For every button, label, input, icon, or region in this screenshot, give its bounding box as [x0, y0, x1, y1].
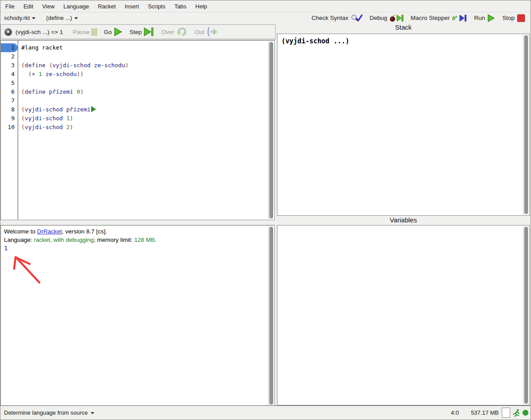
debug-button[interactable]: Debug — [369, 14, 404, 23]
definition-dropdown-label: (define ...) — [46, 15, 72, 21]
go-button[interactable]: Go — [104, 27, 123, 37]
text-segment: 0 — [77, 88, 80, 95]
text-segment: vyjdi-schod přízemí — [25, 106, 91, 113]
code-text — [18, 96, 21, 105]
code-line[interactable]: 4 (+ 1 ze-schodu)) — [1, 70, 268, 79]
code-line[interactable]: 7 — [1, 96, 268, 105]
go-play-icon — [114, 27, 123, 37]
running-indicator-icon — [512, 409, 521, 417]
line-number-current: 1 — [1, 43, 18, 52]
stack-panel[interactable]: (vyjdi-schod ...) — [277, 34, 530, 216]
text-segment: . — [155, 237, 157, 243]
code-text: (vyjdi-schod přízemí — [18, 105, 96, 114]
text-segment: 2 — [66, 124, 70, 130]
text-segment: Welcome to — [4, 228, 37, 235]
code-line[interactable]: 6(define přízemí 0) — [1, 88, 268, 96]
code-line[interactable]: 10(vyjdi-schod 2) — [1, 123, 268, 132]
text-segment: ) — [70, 115, 73, 122]
run-button[interactable]: Run — [474, 14, 495, 23]
definitions-editor[interactable]: 1#lang racket23(define (vyjdi-schod ze-s… — [0, 40, 275, 220]
text-segment: vyjdi-schod — [25, 115, 66, 122]
line-number: 9 — [1, 114, 18, 123]
text-segment: 1 — [4, 244, 8, 252]
menu-scripts[interactable]: Scripts — [148, 3, 165, 10]
chevron-down-icon — [32, 17, 35, 19]
variables-panel[interactable] — [277, 225, 530, 405]
stop-button[interactable]: Stop — [502, 14, 525, 23]
code-text: (+ 1 ze-schodu)) — [18, 70, 84, 79]
gc-indicator-box[interactable] — [502, 408, 510, 418]
check-syntax-label: Check Syntax — [312, 15, 348, 21]
out-button[interactable]: Out — [195, 27, 219, 37]
code-text: (define (vyjdi-schod ze-schodu) — [18, 61, 129, 70]
menu-tabs[interactable]: Tabs — [174, 3, 186, 10]
debug-label: Debug — [369, 15, 387, 21]
text-segment: ( — [21, 62, 25, 69]
variables-scrollbar[interactable] — [523, 226, 529, 405]
macro-stepper-button[interactable]: Macro Stepper #' — [411, 14, 467, 23]
menu-edit[interactable]: Edit — [23, 3, 33, 10]
debug-toolbar: ✕ (vyjdi-sch ...) => 1 Pause Go Step — [0, 24, 276, 39]
line-number: 7 — [1, 96, 18, 105]
bomb-play-icon — [389, 14, 404, 23]
text-segment: + — [31, 71, 38, 77]
over-button[interactable]: Over — [161, 27, 187, 37]
line-number: 10 — [1, 123, 18, 132]
stack-scrollbar[interactable] — [523, 34, 529, 215]
language-selector[interactable]: Determine language from source — [4, 409, 94, 416]
text-segment: ( — [21, 106, 25, 113]
text-segment: ze-schodu — [42, 71, 77, 77]
hash-glyph-icon: #' — [452, 14, 458, 22]
stack-scrollbar-thumb[interactable] — [524, 35, 528, 214]
line-number: 3 — [1, 61, 18, 70]
menu-file[interactable]: File — [5, 3, 15, 10]
menu-insert[interactable]: Insert — [125, 3, 139, 10]
left-pane: ✕ (vyjdi-sch ...) => 1 Pause Go Step — [0, 23, 276, 405]
check-syntax-button[interactable]: Check Syntax — [312, 14, 362, 23]
red-arrow-annotation — [1, 225, 269, 406]
code-line[interactable]: 5 — [1, 79, 268, 88]
editor-scrollbar-thumb[interactable] — [269, 42, 273, 218]
step-button[interactable]: Step — [130, 27, 154, 37]
run-label: Run — [474, 15, 485, 21]
text-segment: define — [25, 62, 49, 69]
text-segment: ) — [70, 124, 73, 130]
menu-racket[interactable]: Racket — [98, 3, 115, 10]
code-text: (vyjdi-schod 1) — [18, 114, 73, 123]
close-debug-icon[interactable]: ✕ — [4, 28, 12, 36]
interactions-repl[interactable]: Welcome to DrRacket, version 8.7 [cs].La… — [0, 225, 275, 406]
debugger-side-panel: Stack (vyjdi-schod ...) Variables — [277, 23, 531, 405]
menu-language[interactable]: Language — [63, 3, 89, 10]
action-buttons: Check Syntax Debug Ma — [312, 14, 527, 23]
line-number: 4 — [1, 70, 18, 79]
memory-usage-indicator: 537.17 MB — [471, 409, 499, 416]
variables-panel-title: Variables — [277, 216, 530, 225]
code-text: #lang racket — [18, 43, 63, 52]
pause-button[interactable]: Pause — [73, 28, 96, 36]
line-number: 5 — [1, 79, 18, 88]
repl-scrollbar-thumb[interactable] — [269, 227, 273, 405]
text-segment: define přízemí — [25, 88, 77, 95]
editor-scrollbar[interactable] — [268, 41, 274, 219]
chevron-down-icon — [74, 17, 78, 19]
magnifier-check-icon — [350, 14, 362, 23]
menu-help[interactable]: Help — [195, 3, 207, 10]
text-segment: )) — [77, 71, 84, 77]
code-line[interactable]: 2 — [1, 52, 268, 61]
repl-line: Language: racket, with debugging; memory… — [4, 236, 274, 244]
text-segment: Language: — [4, 237, 34, 243]
code-line[interactable]: 8(vyjdi-schod přízemí — [1, 105, 268, 114]
text-segment: #lang racket — [21, 44, 63, 51]
stack-panel-title: Stack — [277, 23, 530, 33]
repl-scrollbar[interactable] — [268, 226, 274, 405]
repl-lines: Welcome to DrRacket, version 8.7 [cs].La… — [1, 225, 274, 252]
file-tab-dropdown[interactable]: schody.rkt — [4, 15, 35, 21]
drracket-link[interactable]: DrRacket — [37, 228, 62, 235]
code-line[interactable]: 1#lang racket — [1, 43, 268, 52]
variables-scrollbar-thumb[interactable] — [524, 227, 528, 404]
code-line[interactable]: 9(vyjdi-schod 1) — [1, 114, 268, 123]
code-line[interactable]: 3(define (vyjdi-schod ze-schodu) — [1, 61, 268, 70]
stack-frame-entry[interactable]: (vyjdi-schod ...) — [277, 34, 529, 48]
definition-dropdown[interactable]: (define ...) — [46, 15, 78, 21]
menu-view[interactable]: View — [42, 3, 54, 10]
